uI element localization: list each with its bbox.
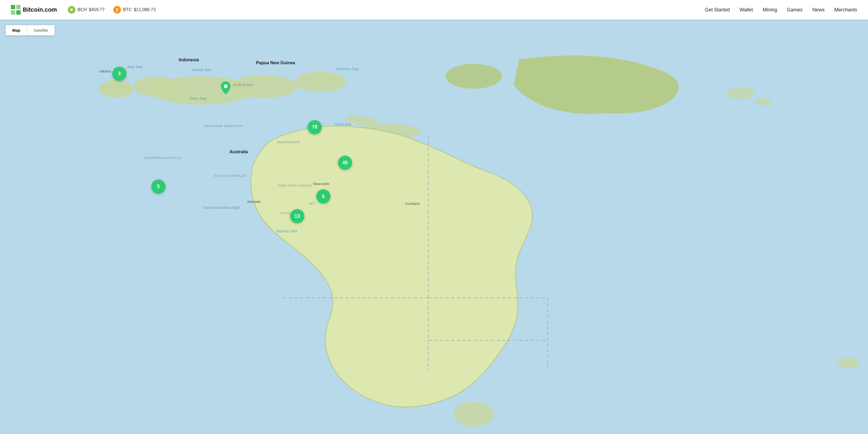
btc-icon: ₿	[113, 6, 121, 13]
cluster-45[interactable]: 45	[338, 156, 352, 170]
cluster-3[interactable]: 3	[112, 67, 126, 81]
svg-rect-2	[11, 10, 15, 14]
prices-container: Ƀ BCH $459.77 ₿ BTC $11,086.73	[68, 6, 156, 13]
svg-point-9	[99, 80, 133, 98]
btc-price[interactable]: ₿ BTC $11,086.73	[113, 6, 156, 13]
svg-rect-1	[16, 5, 21, 9]
cluster-78[interactable]: 78	[308, 120, 322, 134]
logo[interactable]: Bitcoin.com	[11, 5, 57, 14]
bitcoin-logo-icon	[11, 5, 21, 14]
map-view-button[interactable]: Map	[6, 25, 27, 35]
svg-point-12	[346, 115, 363, 123]
pin-icon	[221, 82, 230, 94]
bch-price[interactable]: Ƀ BCH $459.77	[68, 6, 105, 13]
map-toggle: Map Satellite	[5, 25, 55, 35]
header: Bitcoin.com Ƀ BCH $459.77 ₿ BTC $11,086.…	[0, 0, 434, 20]
svg-rect-3	[16, 10, 21, 14]
bch-label: BCH	[78, 7, 87, 12]
btc-value: $11,086.73	[134, 7, 156, 12]
map-container: IndonesiaJakartaJava SeaBanda SeaPapua N…	[0, 20, 434, 217]
svg-point-23	[224, 84, 227, 88]
logo-text: Bitcoin.com	[23, 6, 57, 13]
svg-point-8	[295, 72, 346, 92]
bch-icon: Ƀ	[68, 6, 75, 13]
cluster-5-east[interactable]: 5	[316, 189, 330, 204]
svg-point-6	[133, 76, 179, 97]
map-background	[0, 20, 434, 217]
svg-point-7	[229, 75, 298, 98]
svg-rect-0	[11, 5, 15, 9]
bch-value: $459.77	[89, 7, 105, 12]
btc-label: BTC	[123, 7, 132, 12]
cluster-5-west[interactable]: 5	[151, 180, 165, 194]
satellite-view-button[interactable]: Satellite	[27, 25, 55, 35]
location-pin[interactable]	[221, 82, 230, 95]
